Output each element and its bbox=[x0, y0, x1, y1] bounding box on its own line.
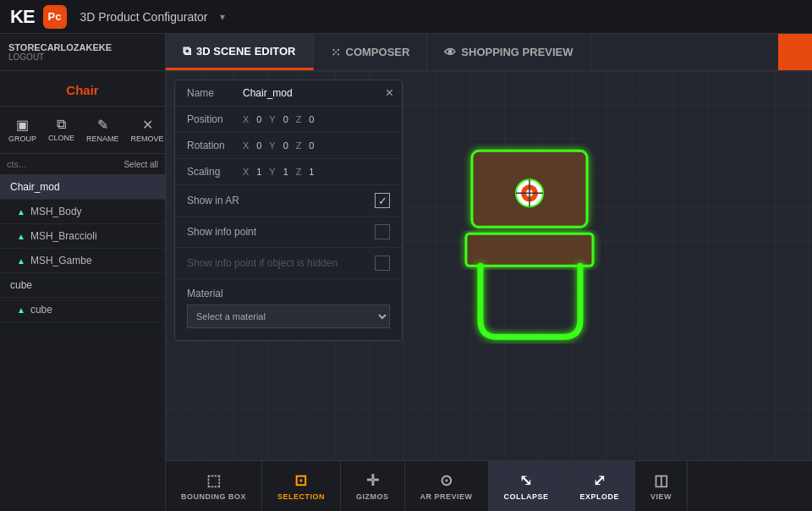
gizmos-icon: ✛ bbox=[366, 471, 380, 490]
mesh-icon: ▲ bbox=[17, 256, 25, 266]
product-name: Chair bbox=[0, 71, 165, 107]
ar-preview-label: AR PREVIEW bbox=[420, 492, 473, 501]
scale-x-val: 1 bbox=[252, 167, 266, 177]
main-layout: Chair ▣ GROUP ⧉ CLONE ✎ RENAME ✕ REMOVE … bbox=[0, 71, 812, 511]
scale-y-axis: Y bbox=[269, 167, 275, 177]
panel-close-button[interactable]: × bbox=[386, 85, 393, 101]
tab-shopping-preview-label: SHOPPING PREVIEW bbox=[461, 46, 573, 58]
pos-x-val: 0 bbox=[252, 114, 266, 124]
explode-label: EXPLODE bbox=[580, 492, 620, 501]
remove-button[interactable]: ✕ REMOVE bbox=[126, 113, 169, 146]
mesh-icon: ▲ bbox=[17, 232, 25, 241]
list-item[interactable]: cube bbox=[0, 273, 165, 298]
main-content: × Name Chair_mod Position X 0 Y 0 Z 0 bbox=[166, 71, 812, 511]
scale-z-axis: Z bbox=[296, 167, 302, 177]
show-in-ar-checkbox[interactable]: ✓ bbox=[375, 193, 390, 208]
rename-label: RENAME bbox=[86, 135, 119, 143]
rename-icon: ✎ bbox=[97, 117, 108, 133]
object-name: Chair_mod bbox=[10, 181, 60, 193]
remove-label: REMOVE bbox=[131, 135, 164, 143]
show-info-hidden-label: Show info point if object is hidden bbox=[187, 257, 337, 269]
chair-svg bbox=[428, 134, 631, 371]
rot-x-axis: X bbox=[243, 140, 249, 151]
collapse-icon: ⤡ bbox=[519, 471, 533, 490]
show-info-hidden-row: Show info point if object is hidden bbox=[175, 248, 402, 279]
view-button[interactable]: ◫ VIEW bbox=[635, 461, 688, 511]
store-section: STORECARLOZAKEKE LOGOUT bbox=[0, 34, 166, 70]
rot-z-val: 0 bbox=[304, 140, 318, 151]
search-input[interactable] bbox=[7, 159, 108, 169]
viewport[interactable]: × Name Chair_mod Position X 0 Y 0 Z 0 bbox=[166, 71, 812, 460]
bounding-box-icon: ⬚ bbox=[206, 471, 222, 490]
clone-icon: ⧉ bbox=[57, 117, 66, 132]
explode-button[interactable]: ⤢ EXPLODE bbox=[565, 461, 636, 511]
ar-preview-button[interactable]: ⊙ AR PREVIEW bbox=[405, 461, 489, 511]
bounding-box-label: BOUNDING BOX bbox=[181, 492, 246, 501]
sidebar-toolbar: ▣ GROUP ⧉ CLONE ✎ RENAME ✕ REMOVE bbox=[0, 107, 165, 154]
rot-x-val: 0 bbox=[252, 140, 266, 151]
name-label: Name bbox=[187, 87, 236, 99]
logout-link[interactable]: LOGOUT bbox=[8, 52, 112, 62]
tab-items: ⧉ 3D SCENE EDITOR ⁙ COMPOSER 👁 SHOPPING … bbox=[166, 34, 812, 70]
rot-y-val: 0 bbox=[279, 140, 293, 151]
explode-icon: ⤢ bbox=[593, 471, 606, 490]
group-icon: ▣ bbox=[16, 117, 29, 133]
sidebar: Chair ▣ GROUP ⧉ CLONE ✎ RENAME ✕ REMOVE … bbox=[0, 71, 166, 511]
checkmark-icon: ✓ bbox=[378, 195, 387, 207]
nav-arrow-icon[interactable]: ▾ bbox=[220, 11, 225, 23]
clone-button[interactable]: ⧉ CLONE bbox=[43, 113, 80, 146]
object-name: MSH_Gambe bbox=[30, 255, 92, 266]
tab-bar: STORECARLOZAKEKE LOGOUT ⧉ 3D SCENE EDITO… bbox=[0, 34, 812, 71]
svg-rect-1 bbox=[466, 234, 593, 266]
collapse-label: COLLAPSE bbox=[504, 492, 549, 501]
tab-composer[interactable]: ⁙ COMPOSER bbox=[314, 34, 428, 70]
object-name: MSH_Body bbox=[30, 206, 82, 217]
object-name: cube bbox=[30, 304, 52, 316]
rotation-row: Rotation X 0 Y 0 Z 0 bbox=[175, 133, 402, 159]
pos-y-val: 0 bbox=[279, 114, 293, 124]
rot-y-axis: Y bbox=[269, 140, 275, 151]
bounding-box-button[interactable]: ⬚ BOUNDING BOX bbox=[166, 461, 262, 511]
show-info-point-checkbox[interactable] bbox=[375, 224, 390, 239]
tab-scene-editor[interactable]: ⧉ 3D SCENE EDITOR bbox=[166, 34, 314, 70]
list-item[interactable]: Chair_mod bbox=[0, 175, 165, 200]
object-name: MSH_Braccioli bbox=[30, 230, 97, 242]
scaling-row: Scaling X 1 Y 1 Z 1 bbox=[175, 159, 402, 185]
scaling-xyz: X 1 Y 1 Z 1 bbox=[243, 167, 390, 177]
select-all-button[interactable]: Select all bbox=[123, 160, 158, 169]
show-info-hidden-checkbox[interactable] bbox=[375, 256, 390, 271]
pos-z-axis: Z bbox=[296, 114, 302, 124]
gizmos-label: GIZMOS bbox=[356, 492, 389, 501]
gizmos-button[interactable]: ✛ GIZMOS bbox=[341, 461, 405, 511]
rotation-xyz: X 0 Y 0 Z 0 bbox=[243, 140, 390, 151]
group-button[interactable]: ▣ GROUP bbox=[3, 113, 41, 146]
app-title: 3D Product Configurator bbox=[80, 10, 208, 24]
list-item[interactable]: ▲ MSH_Braccioli bbox=[0, 224, 165, 249]
properties-panel: × Name Chair_mod Position X 0 Y 0 Z 0 bbox=[174, 80, 403, 341]
clone-label: CLONE bbox=[48, 134, 74, 142]
pos-x-axis: X bbox=[243, 114, 249, 124]
tab-shopping-preview[interactable]: 👁 SHOPPING PREVIEW bbox=[427, 34, 590, 70]
composer-icon: ⁙ bbox=[331, 46, 341, 59]
store-info: STORECARLOZAKEKE LOGOUT bbox=[8, 42, 112, 62]
show-in-ar-row: Show in AR ✓ bbox=[175, 185, 402, 217]
rotation-label: Rotation bbox=[187, 140, 236, 151]
collapse-button[interactable]: ⤡ COLLAPSE bbox=[489, 461, 565, 511]
list-item[interactable]: ▲ MSH_Gambe bbox=[0, 249, 165, 273]
show-info-point-label: Show info point bbox=[187, 226, 256, 238]
show-info-point-row: Show info point bbox=[175, 217, 402, 248]
mesh-icon: ▲ bbox=[17, 305, 25, 315]
list-item[interactable]: ▲ cube bbox=[0, 298, 165, 322]
scale-y-val: 1 bbox=[279, 167, 293, 177]
object-list: Chair_mod ▲ MSH_Body ▲ MSH_Braccioli ▲ M… bbox=[0, 175, 165, 511]
material-select[interactable]: Select a material bbox=[187, 305, 390, 328]
list-item[interactable]: ▲ MSH_Body bbox=[0, 200, 165, 224]
position-xyz: X 0 Y 0 Z 0 bbox=[243, 114, 390, 124]
scaling-label: Scaling bbox=[187, 166, 236, 178]
rename-button[interactable]: ✎ RENAME bbox=[81, 113, 124, 146]
group-label: GROUP bbox=[8, 135, 36, 143]
name-row: Name Chair_mod bbox=[175, 80, 402, 107]
search-area: Select all bbox=[0, 154, 165, 175]
selection-button[interactable]: ⊡ SELECTION bbox=[262, 461, 341, 511]
rot-z-axis: Z bbox=[296, 140, 302, 151]
